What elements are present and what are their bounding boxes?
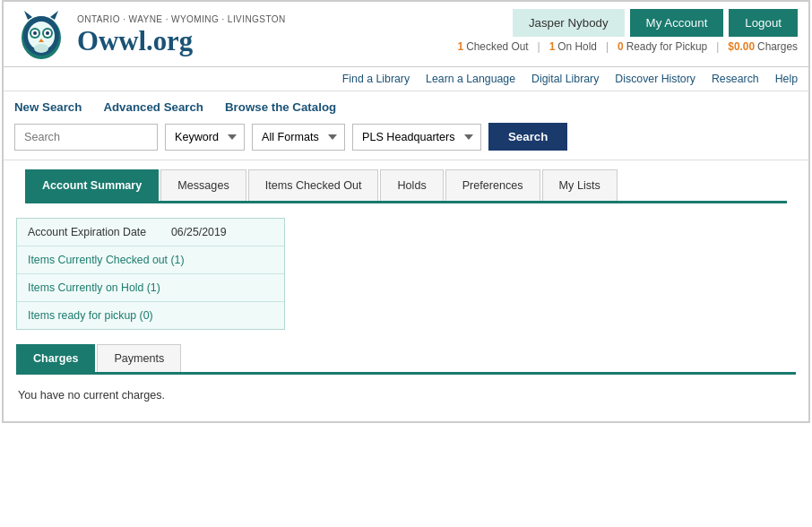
ready-num: 0 [618, 40, 624, 53]
nav-research[interactable]: Research [712, 73, 759, 85]
svg-marker-2 [24, 11, 32, 20]
keyword-select[interactable]: Keyword Title Author Subject [165, 124, 245, 151]
site-title: Owwl.org [77, 26, 286, 57]
browse-catalog-link[interactable]: Browse the Catalog [225, 100, 336, 114]
checked-out-link-row: Items Currently Checked out (1) [17, 246, 284, 274]
charges-tab-payments[interactable]: Payments [97, 344, 181, 372]
nav-find-library[interactable]: Find a Library [342, 73, 410, 85]
stat-divider-3: | [716, 40, 719, 53]
charges-tabs-row: Charges Payments [16, 344, 796, 375]
charges-stat: $0.00 Charges [728, 40, 798, 53]
page-wrapper: Ontario · Wayne · Wyoming · Livingston O… [2, 0, 810, 423]
ready-pickup-link-row: Items ready for pickup (0) [17, 302, 284, 329]
search-bar-area: New Search Advanced Search Browse the Ca… [4, 91, 808, 160]
no-charges-text: You have no current charges. [16, 384, 796, 407]
on-hold-link-row: Items Currently on Hold (1) [17, 274, 284, 302]
charges-label: Charges [757, 40, 798, 53]
nav-discover-history[interactable]: Discover History [615, 73, 695, 85]
svg-point-10 [46, 31, 49, 35]
new-search-link[interactable]: New Search [14, 100, 82, 114]
tab-account-summary[interactable]: Account Summary [25, 169, 159, 201]
checked-out-label: Checked Out [466, 40, 528, 53]
search-button[interactable]: Search [488, 123, 567, 151]
checked-out-num: 1 [458, 40, 464, 53]
account-area: Jasper Nybody My Account Logout 1 Checke… [458, 9, 798, 53]
ready-pickup-link[interactable]: Items ready for pickup (0) [28, 309, 153, 322]
logout-button[interactable]: Logout [729, 9, 798, 37]
tabs-row: Account Summary Messages Items Checked O… [25, 169, 787, 203]
owl-logo-icon [14, 9, 68, 63]
search-row: Keyword Title Author Subject All Formats… [14, 123, 798, 151]
stat-divider-1: | [538, 40, 540, 53]
svg-marker-3 [50, 11, 58, 20]
stat-divider-2: | [606, 40, 609, 53]
main-content: Account Expiration Date 06/25/2019 Items… [4, 203, 808, 421]
on-hold-stat: 1 On Hold [549, 40, 597, 53]
svg-point-9 [33, 31, 37, 35]
account-stats: 1 Checked Out | 1 On Hold | 0 Ready for … [458, 40, 798, 53]
my-account-button[interactable]: My Account [630, 9, 724, 37]
search-input[interactable] [14, 124, 158, 151]
account-top-row: Jasper Nybody My Account Logout [513, 9, 798, 37]
on-hold-num: 1 [549, 40, 556, 53]
ready-label: Ready for Pickup [626, 40, 708, 53]
ready-stat: 0 Ready for Pickup [618, 40, 707, 53]
expiration-date-label: Account Expiration Date [28, 226, 171, 238]
charges-section: Charges Payments You have no current cha… [16, 344, 796, 407]
user-name-box: Jasper Nybody [513, 9, 625, 37]
nav-help[interactable]: Help [775, 73, 798, 85]
on-hold-link[interactable]: Items Currently on Hold (1) [28, 281, 160, 294]
charges-amount: $0.00 [728, 40, 755, 53]
nav-digital-library[interactable]: Digital Library [531, 73, 599, 85]
nav-links: Find a Library Learn a Language Digital … [4, 67, 808, 91]
logo-area: Ontario · Wayne · Wyoming · Livingston O… [14, 9, 286, 63]
tabs-container: Account Summary Messages Items Checked O… [4, 169, 808, 203]
tab-my-lists[interactable]: My Lists [542, 169, 618, 201]
tab-holds[interactable]: Holds [380, 169, 443, 201]
nav-learn-language[interactable]: Learn a Language [426, 73, 515, 85]
svg-point-12 [34, 44, 48, 53]
format-select[interactable]: All Formats Books DVDs Music [252, 124, 345, 151]
checked-out-link[interactable]: Items Currently Checked out (1) [28, 254, 185, 266]
top-header: Ontario · Wayne · Wyoming · Livingston O… [4, 2, 808, 67]
checked-out-stat: 1 Checked Out [458, 40, 529, 53]
advanced-search-link[interactable]: Advanced Search [103, 100, 203, 114]
tab-items-checked-out[interactable]: Items Checked Out [248, 169, 379, 201]
site-name-area: Ontario · Wayne · Wyoming · Livingston O… [77, 14, 286, 57]
counties-text: Ontario · Wayne · Wyoming · Livingston [77, 14, 286, 24]
location-select[interactable]: PLS Headquarters All Libraries [352, 124, 481, 151]
expiration-date-row: Account Expiration Date 06/25/2019 [17, 219, 284, 246]
search-top-links: New Search Advanced Search Browse the Ca… [14, 100, 798, 114]
expiration-date-value: 06/25/2019 [171, 226, 227, 238]
on-hold-label: On Hold [557, 40, 597, 53]
account-info-box: Account Expiration Date 06/25/2019 Items… [16, 218, 285, 330]
tab-messages[interactable]: Messages [160, 169, 246, 201]
charges-tab-charges[interactable]: Charges [16, 344, 95, 372]
tab-preferences[interactable]: Preferences [445, 169, 540, 201]
